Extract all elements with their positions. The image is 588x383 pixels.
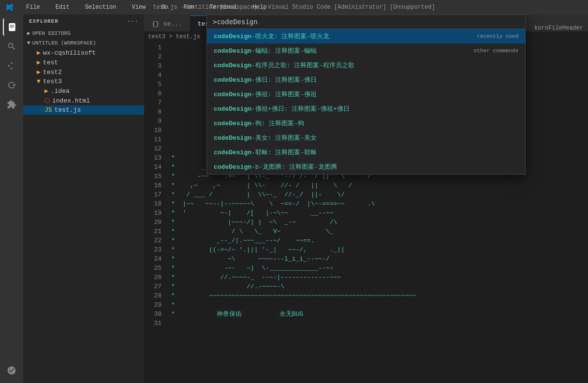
- sidebar-header: EXPLORER ···: [23, 15, 144, 28]
- sidebar-item-test-js[interactable]: JS test.js: [23, 105, 144, 115]
- line-number: 15: [144, 172, 162, 181]
- activity-remote[interactable]: [3, 362, 20, 379]
- open-editors-label: OPEN EDITORS: [32, 30, 71, 36]
- line-number: 4: [144, 71, 162, 80]
- line-number: 13: [144, 153, 162, 162]
- sidebar-item-index-html[interactable]: ⬡ index.html: [23, 96, 144, 105]
- command-item[interactable]: codeDesign-美女: 注释图案-美女: [207, 131, 525, 145]
- line-number: 30: [144, 309, 162, 319]
- editor-area: {} se... test3 koroFileHeader test3 > te…: [144, 15, 588, 383]
- svg-point-1: [11, 68, 12, 69]
- menu-edit[interactable]: Edit: [53, 3, 73, 12]
- line-number: 7: [144, 98, 162, 107]
- line-number: 2: [144, 52, 162, 61]
- command-item[interactable]: codeDesign-耶稣: 注释图案-耶稣: [207, 145, 525, 160]
- activity-git[interactable]: [3, 57, 20, 74]
- line-number: 21: [144, 227, 162, 236]
- sidebar-more-icon[interactable]: ···: [127, 18, 138, 24]
- chevron-right-icon: ▶: [27, 30, 30, 36]
- line-number: 20: [144, 218, 162, 227]
- sidebar-item-test2[interactable]: ▶ test2: [23, 67, 144, 77]
- vscode-logo: [5, 3, 14, 12]
- command-item-label: codeDesign-佛祖+佛日: 注释图案-佛祖+佛日: [214, 104, 350, 113]
- folder-label: test: [43, 59, 58, 66]
- command-item-label: codeDesign-美女: 注释图案-美女: [214, 133, 317, 142]
- command-item[interactable]: codeDesign-狗: 注释图案-狗: [207, 116, 525, 131]
- folder-open-icon: ▼: [37, 78, 41, 85]
- line-number: 17: [144, 190, 162, 199]
- main-layout: EXPLORER ··· ▶ OPEN EDITORS ▼ UNTITLED (…: [0, 15, 588, 383]
- line-number: 1: [144, 43, 162, 52]
- file-label: test.js: [55, 106, 81, 114]
- line-number: 5: [144, 80, 162, 89]
- line-number: 26: [144, 273, 162, 282]
- line-number: 9: [144, 117, 162, 126]
- tab-label: se...: [163, 20, 182, 28]
- command-item-label: codeDesign-蝙蝠: 注释图案-蝙蝠: [214, 46, 317, 55]
- command-items-list: codeDesign-喷火龙: 注释图案-喷火龙recently usedcod…: [207, 29, 525, 174]
- sidebar-item-idea[interactable]: ▶ .idea: [23, 86, 144, 96]
- chevron-down-icon: ▼: [27, 40, 30, 46]
- sidebar-section-open-editors[interactable]: ▶ OPEN EDITORS: [23, 28, 144, 38]
- command-palette-input[interactable]: [213, 18, 519, 26]
- folder-label: test3: [43, 78, 62, 85]
- svg-point-0: [11, 62, 12, 64]
- command-item[interactable]: codeDesign-佛日: 注释图案-佛日: [207, 73, 525, 87]
- command-item[interactable]: codeDesign-佛祖+佛日: 注释图案-佛祖+佛日: [207, 102, 525, 116]
- command-item-badge: other commands: [474, 48, 518, 54]
- html-file-icon: ⬡: [44, 97, 50, 104]
- activity-debug[interactable]: [3, 76, 20, 94]
- menu-selection[interactable]: Selection: [82, 3, 119, 12]
- sidebar: EXPLORER ··· ▶ OPEN EDITORS ▼ UNTITLED (…: [23, 15, 144, 383]
- command-item[interactable]: codeDesign-佛祖: 注释图案-佛祖: [207, 87, 525, 102]
- line-number: 14: [144, 162, 162, 172]
- tab-icon: {}: [152, 20, 160, 28]
- sidebar-section-workspace[interactable]: ▼ UNTITLED (WORKSPACE): [23, 38, 144, 48]
- line-number: 31: [144, 319, 162, 328]
- extension-header-label: koroFileHeader: [534, 25, 588, 31]
- command-item-label: codeDesign-狗: 注释图案-狗: [214, 119, 304, 128]
- command-item-label: codeDesign-程序员之歌: 注释图案-程序员之歌: [214, 61, 354, 70]
- folder-icon: ▶: [37, 49, 41, 57]
- activity-search[interactable]: [3, 38, 20, 55]
- menu-file[interactable]: File: [23, 3, 43, 12]
- folder-label: wx-cqshilisoft: [43, 49, 96, 57]
- js-file-icon: JS: [44, 106, 52, 114]
- command-item-label: codeDesign-喷火龙: 注释图案-喷火龙: [214, 32, 329, 41]
- line-number: 18: [144, 199, 162, 208]
- command-item[interactable]: codeDesign-蝙蝠: 注释图案-蝙蝠other commands: [207, 44, 525, 58]
- command-item-label: codeDesign-佛日: 注释图案-佛日: [214, 75, 317, 84]
- line-number: 23: [144, 245, 162, 254]
- workspace-label: UNTITLED (WORKSPACE): [32, 40, 96, 46]
- line-number: 11: [144, 135, 162, 144]
- line-number: 16: [144, 181, 162, 190]
- sidebar-item-wx-cqshilisoft[interactable]: ▶ wx-cqshilisoft: [23, 48, 144, 58]
- folder-icon: ▶: [37, 59, 41, 66]
- folder-label: .idea: [51, 88, 70, 95]
- folder-icon: ▶: [37, 68, 41, 76]
- line-number: 6: [144, 89, 162, 98]
- command-item-label: codeDesign-耶稣: 注释图案-耶稣: [214, 148, 317, 157]
- command-item[interactable]: codeDesign-程序员之歌: 注释图案-程序员之歌: [207, 58, 525, 73]
- line-numbers: 1234567891011121314151617181920212223242…: [144, 42, 166, 383]
- folder-label: test2: [43, 69, 62, 76]
- command-item-label: codeDesign-佛祖: 注释图案-佛祖: [214, 90, 317, 99]
- line-number: 29: [144, 300, 162, 309]
- tab-settings[interactable]: {} se...: [144, 15, 190, 31]
- command-item[interactable]: codeDesign-b-龙图腾: 注释图案-龙图腾: [207, 160, 525, 174]
- activitybar: [0, 15, 23, 383]
- line-number: 3: [144, 61, 162, 71]
- sidebar-item-test3[interactable]: ▼ test3: [23, 77, 144, 86]
- breadcrumb-path: test3 > test.js: [148, 33, 200, 40]
- command-item-label: codeDesign-b-龙图腾: 注释图案-龙图腾: [214, 162, 337, 171]
- menu-view[interactable]: View: [129, 3, 148, 12]
- sidebar-title: EXPLORER: [29, 18, 59, 24]
- file-label: index.html: [52, 97, 90, 104]
- activity-explorer[interactable]: [3, 18, 20, 36]
- window-title: test.js - Untitled (Workspace) - Visual …: [153, 4, 435, 11]
- svg-point-2: [8, 65, 10, 66]
- sidebar-item-test[interactable]: ▶ test: [23, 58, 144, 67]
- activity-extensions[interactable]: [3, 96, 20, 113]
- command-item[interactable]: codeDesign-喷火龙: 注释图案-喷火龙recently used: [207, 29, 525, 44]
- command-item-badge: recently used: [477, 33, 518, 39]
